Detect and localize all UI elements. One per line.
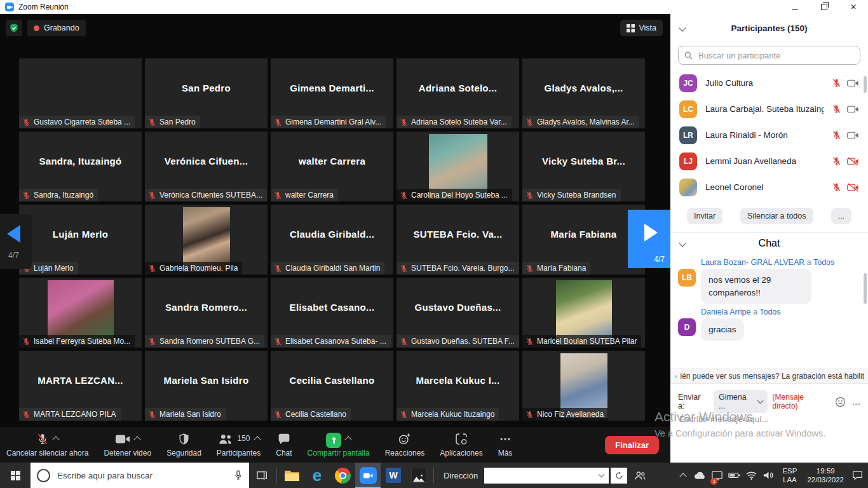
video-tile[interactable]: Isabel Ferreyra Suteba Mo... (19, 278, 142, 348)
video-tile[interactable]: San PedroSan Pedro (145, 58, 268, 128)
participant-row[interactable]: LCLaura Carbajal. Suteba Ituzaingó (670, 96, 868, 122)
participants-scrollbar[interactable] (864, 76, 867, 93)
recording-indicator[interactable]: Grabando (27, 20, 86, 36)
monitor-badge-icon[interactable]: 1 (709, 463, 725, 488)
chat-panel-title: Chat (759, 238, 780, 249)
windows-activation-watermark-sub: Ve a Configuración para activar Windows. (654, 428, 825, 438)
chat-privacy-notice: ién puede ver sus mensajes? La grabación… (670, 369, 868, 384)
mic-off-icon (22, 191, 31, 200)
participant-search-input[interactable] (697, 50, 854, 61)
unmute-button[interactable]: Cancelar silenciar ahora (6, 433, 88, 458)
avatar: LR (679, 126, 697, 144)
volume-icon[interactable] (761, 463, 776, 488)
stop-video-button[interactable]: Detener video (104, 433, 151, 458)
participant-name-text: Verónica Cifuentes SUTEBA... (159, 191, 262, 200)
participant-name-label: Gabriela Roumieu. Pila (145, 262, 242, 274)
participants-button[interactable]: 150 Participantes (217, 433, 261, 458)
wifi-icon[interactable] (743, 463, 759, 488)
word-icon[interactable]: W (381, 463, 406, 488)
video-tile[interactable]: Gustavo Cigarreta Suteba ... (19, 58, 142, 128)
battery-icon[interactable] (726, 463, 742, 488)
end-meeting-button[interactable]: Finalizar (605, 436, 659, 454)
address-input[interactable] (484, 468, 609, 484)
edge-icon[interactable]: e (304, 463, 330, 488)
people-icon[interactable] (627, 463, 653, 488)
participants-options-chevron[interactable] (254, 436, 261, 443)
video-tile[interactable]: Luján MerloLuján Merlo (19, 205, 142, 274)
view-button[interactable]: Vista (620, 20, 663, 36)
participant-row[interactable]: JCJulio Cultura (670, 70, 868, 96)
task-view-button[interactable] (249, 463, 275, 488)
photos-icon[interactable] (406, 463, 431, 488)
mic-options-chevron[interactable] (53, 436, 60, 443)
video-tile[interactable]: Verónica Cifuen...Verónica Cifuentes SUT… (145, 132, 268, 201)
privacy-people-icon (674, 372, 677, 381)
previous-page-button[interactable]: 4/7 (0, 214, 32, 269)
taskbar-search[interactable] (31, 463, 249, 488)
chrome-icon[interactable] (330, 463, 355, 488)
participants-more-button[interactable]: ... (831, 208, 851, 224)
minimize-button[interactable] (780, 0, 810, 14)
video-tile[interactable]: Nico Fiz Avellaneda (522, 351, 645, 421)
video-tile[interactable]: Sandra, ItuzaingóSandra, Ituzaingó (19, 132, 142, 201)
video-tile[interactable]: Gimena Demarti...Gimena Demartini Gral A… (271, 58, 393, 128)
zoom-meeting-window: Zoom Reunión ✕ Grabando Vista (0, 0, 868, 488)
video-tile[interactable]: Carolina Del Hoyo Suteba ... (397, 132, 519, 201)
participant-row[interactable]: LJLemmi Juan Avellaneda (670, 148, 868, 174)
more-button[interactable]: Más (498, 433, 513, 458)
chat-scrollbar[interactable] (864, 273, 867, 304)
taskbar-search-input[interactable] (56, 470, 228, 481)
file-explorer-icon[interactable] (279, 463, 304, 488)
participant-row[interactable]: Leonel Coronel (670, 174, 868, 200)
restore-button[interactable] (810, 0, 839, 14)
participant-name-text: Isabel Ferreyra Suteba Mo... (34, 337, 130, 346)
next-page-button[interactable]: 4/7 (628, 210, 670, 268)
recipient-link: Todos (759, 308, 780, 316)
participant-search[interactable] (678, 46, 860, 65)
video-tile[interactable]: Cecilia CastellanoCecilia Castellano (271, 351, 393, 421)
apps-button[interactable]: Aplicaciones (440, 433, 482, 458)
video-tile[interactable]: Gabriela Roumieu. Pila (145, 205, 268, 274)
video-tile[interactable]: Adriana Sotelo...Adriana Sotelo Suteba V… (397, 58, 519, 128)
mute-all-button[interactable]: Silenciar a todos (740, 208, 813, 224)
window-title: Zoom Reunión (18, 3, 69, 11)
clock[interactable]: 19:5922/03/2022 (803, 466, 848, 485)
chevron-down-icon[interactable] (679, 24, 686, 31)
address-go-button[interactable] (611, 468, 627, 484)
video-tile[interactable]: MARTA LEZCAN...MARTA LEZCANO PILA (19, 351, 142, 421)
zoom-app-icon[interactable] (355, 463, 381, 488)
dictation-mic-icon[interactable] (234, 470, 243, 480)
chevron-down-icon[interactable] (679, 240, 686, 247)
meeting-info-shield[interactable] (6, 20, 22, 36)
video-tile[interactable]: Maricel Boulan SUTEBA Pilar (522, 278, 645, 348)
video-tile[interactable]: SUTEBA Fcio. Va...SUTEBA Fcio. Varela. B… (397, 205, 519, 274)
participant-name-text: Gimena Demartini Gral Alv... (285, 118, 381, 126)
share-options-chevron[interactable] (344, 436, 351, 443)
chat-message-row: LBnos vemos el 29 compañeros!! (670, 269, 868, 304)
video-tile[interactable]: Vicky Suteba Br...Vicky Suteba Brandsen (522, 132, 645, 201)
video-tile[interactable]: walter Carrerawalter Carrera (271, 132, 393, 201)
video-tile[interactable]: Claudia Giribald...Claudia Giribaldi San… (271, 205, 393, 274)
video-tile[interactable]: Elisabet Casano...Elisabet Casanova Sute… (271, 278, 393, 348)
video-tile[interactable]: Marcela Kukuc I...Marcela Kukuc Ituzaing… (397, 351, 519, 421)
chat-more-button[interactable]: ... (852, 396, 860, 407)
emoji-icon[interactable] (835, 396, 846, 407)
tray-chevron-icon[interactable] (675, 463, 691, 488)
participant-row[interactable]: LRLaura Rinaldi - Morón (670, 122, 868, 148)
start-button[interactable] (0, 463, 31, 488)
security-button[interactable]: Seguridad (166, 433, 201, 458)
video-tile[interactable]: María FabianaMaría Fabiana (522, 205, 645, 274)
share-screen-button[interactable]: Compartir pantalla (308, 433, 370, 458)
video-tile[interactable]: Sandra Romero...Sandra Romero SUTEBA G..… (145, 278, 268, 348)
video-tile[interactable]: Gustavo Dueñas...Gustavo Dueñas. SUTEBA … (397, 278, 519, 348)
video-tile[interactable]: Gladys Avalos,...Gladys Avalos, Malvinas… (522, 58, 645, 128)
cloud-icon[interactable] (692, 463, 708, 488)
video-options-chevron[interactable] (134, 436, 141, 443)
invite-button[interactable]: Invitar (687, 208, 722, 224)
reactions-button[interactable]: Reacciones (385, 433, 425, 458)
language-indicator[interactable]: ESPLAA (778, 466, 801, 485)
action-center-icon[interactable] (850, 463, 865, 488)
close-button[interactable]: ✕ (839, 0, 868, 14)
video-tile[interactable]: Mariela San IsidroMariela San Isidro (145, 351, 268, 421)
chat-button[interactable]: Chat (276, 433, 292, 458)
